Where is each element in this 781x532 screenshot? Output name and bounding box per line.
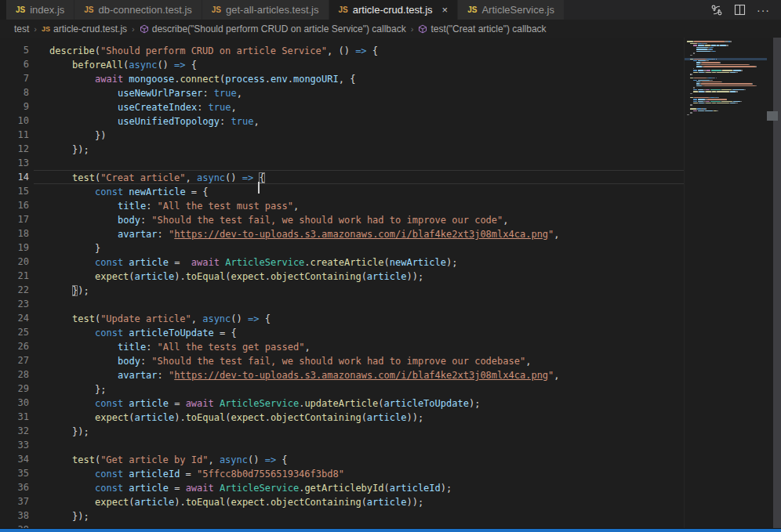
code-line-7[interactable]: 7await mongoose.connect(process.env.mong… (0, 71, 684, 85)
code-line-37[interactable]: 37expect(article).toEqual(expect.objectC… (0, 494, 684, 508)
code-line-29[interactable]: 29}; (0, 382, 684, 396)
breadcrumb-item[interactable]: test("Creat article") callback (418, 24, 546, 34)
minimap-line-fragment (690, 93, 692, 94)
minimap-line-fragment (756, 66, 757, 67)
tab-article-crud-test-js[interactable]: JSarticle-crud.test.js× (329, 0, 459, 20)
minimap-line-fragment (716, 78, 717, 78)
line-number: 33 (0, 438, 34, 452)
code-line-10[interactable]: 10useUnifiedTopology: true, (0, 114, 684, 128)
editor-actions: ··· (710, 0, 781, 20)
url-link[interactable]: https://dev-to-uploads.s3.amazonaws.com/… (174, 370, 548, 381)
token-pun: ( (378, 398, 383, 409)
line-number: 11 (0, 128, 34, 142)
minimap-line-fragment (704, 85, 755, 86)
code-line-26[interactable]: 26title: "All the tests get passed", (0, 339, 684, 353)
code-line-30[interactable]: 30const article = await ArticleService.u… (0, 396, 684, 410)
token-str: "All the tests get passed" (158, 342, 305, 353)
minimap-line-fragment (730, 103, 736, 103)
code-line-35[interactable]: 35const articleId = "5ffcc8b0d7556519346… (0, 466, 684, 480)
code-line-15[interactable]: 15const newArticle = { (0, 184, 684, 198)
code-line-8[interactable]: 8useNewUrlParser: true, (0, 85, 684, 100)
token-fn: expect (95, 271, 129, 282)
token-fn: beforeAll (72, 60, 123, 71)
code-line-19[interactable]: 19} (0, 241, 684, 255)
code-line-17[interactable]: 17body: "Should the test fail, we should… (0, 212, 684, 226)
code-line-36[interactable]: 36const article = await ArticleService.g… (0, 480, 684, 494)
line-number: 22 (0, 283, 34, 297)
code-line-22[interactable]: 22}); (0, 283, 684, 297)
code-area[interactable]: 5describe("Should perform CRUD on articl… (0, 38, 684, 528)
code-line-31[interactable]: 31expect(article).toEqual(expect.objectC… (0, 410, 684, 424)
tab-db-connection-test-js[interactable]: JSdb-connection.test.js (74, 0, 202, 20)
scrollbar-handle[interactable] (767, 111, 778, 121)
close-tab-icon[interactable]: × (442, 4, 449, 16)
code-line-13[interactable]: 13 (0, 156, 684, 170)
minimap-line-fragment (720, 45, 726, 45)
line-content: test("Creat article", async() => { (34, 170, 684, 184)
code-editor[interactable]: 5describe("Should perform CRUD on articl… (0, 38, 781, 528)
token-kw: const (95, 328, 123, 338)
minimap-line-fragment (693, 99, 697, 100)
line-content: } (34, 241, 684, 255)
minimap-line-fragment (706, 60, 709, 61)
code-line-23[interactable]: 23 (0, 297, 684, 311)
code-line-16[interactable]: 16title: "All the test must pass", (0, 198, 684, 212)
code-line-14[interactable]: 14test("Creat article", async() => { (0, 170, 684, 184)
code-line-24[interactable]: 24test("Update article", async() => { (0, 311, 684, 325)
token-fn: objectContaining (271, 412, 361, 423)
breadcrumb-label: test (14, 24, 29, 34)
tab-index-js[interactable]: JSindex.js (6, 0, 74, 20)
token-ctrl: await (186, 483, 214, 494)
line-content: describe("Should perform CRUD on article… (34, 43, 684, 57)
tab-ArticleService-js[interactable]: JSArticleService.js (458, 0, 565, 20)
minimap-line-fragment (710, 101, 721, 102)
minimap-line-fragment (690, 108, 696, 109)
code-line-21[interactable]: 21expect(article).toEqual(expect.objectC… (0, 269, 684, 283)
open-changes-icon[interactable] (710, 4, 723, 16)
token-pun: , (231, 102, 237, 113)
code-line-25[interactable]: 25const articleToUpdate = { (0, 325, 684, 339)
code-line-34[interactable]: 34test("Get article by Id", async() => { (0, 452, 684, 466)
status-bar (0, 528, 781, 532)
token-pun: () (225, 172, 242, 183)
line-content: const article = await ArticleService.cre… (34, 255, 684, 269)
breadcrumb-item[interactable]: test (14, 24, 29, 34)
token-pun: ( (361, 412, 367, 423)
code-line-38[interactable]: 38}); (0, 508, 684, 523)
token-pun: , (237, 88, 242, 99)
code-line-27[interactable]: 27body: "Should the test fail, we should… (0, 353, 684, 367)
token-pun: { (259, 313, 270, 324)
code-line-20[interactable]: 20const article = await ArticleService.c… (0, 255, 684, 269)
token-pun: , (208, 454, 219, 465)
url-link[interactable]: https://dev-to-uploads.s3.amazonaws.com/… (174, 229, 548, 240)
minimap-line-fragment (693, 91, 698, 92)
token-pun: { (367, 45, 378, 56)
code-line-39[interactable]: 39 (0, 523, 684, 528)
tab-get-all-articles-test-js[interactable]: JSget-all-articles.test.js (202, 0, 329, 20)
code-line-12[interactable]: 12}); (0, 142, 684, 156)
token-kw: => (242, 172, 253, 183)
code-line-28[interactable]: 28avartar: "https://dev-to-uploads.s3.am… (0, 367, 684, 382)
minimap-line-fragment (690, 104, 692, 105)
token-pun: , (503, 215, 508, 226)
code-line-33[interactable]: 33 (0, 438, 684, 452)
minimap-line-fragment (752, 83, 753, 84)
minimap[interactable] (684, 38, 767, 528)
code-line-18[interactable]: 18avartar: "https://dev-to-uploads.s3.am… (0, 226, 684, 241)
breadcrumb-item[interactable]: JSarticle-crud.test.js (42, 24, 127, 34)
code-line-6[interactable]: 6beforeAll(async() => { (0, 57, 684, 71)
minimap-line-fragment (721, 101, 732, 102)
code-line-11[interactable]: 11}) (0, 128, 684, 142)
breadcrumb-item[interactable]: describe("Should perform CRUD on article… (140, 24, 406, 34)
token-pun: )); (406, 271, 423, 282)
line-number: 30 (0, 396, 34, 410)
token-pun: { (186, 60, 197, 71)
code-line-32[interactable]: 32}); (0, 424, 684, 438)
code-line-9[interactable]: 9useCreateIndex: true, (0, 100, 684, 114)
token-pun: , (191, 313, 202, 324)
split-editor-icon[interactable] (734, 4, 746, 16)
code-line-5[interactable]: 5describe("Should perform CRUD on articl… (0, 43, 684, 57)
more-actions-icon[interactable]: ··· (757, 6, 770, 14)
minimap-line-fragment (706, 43, 707, 44)
minimap-line-fragment (698, 101, 703, 102)
